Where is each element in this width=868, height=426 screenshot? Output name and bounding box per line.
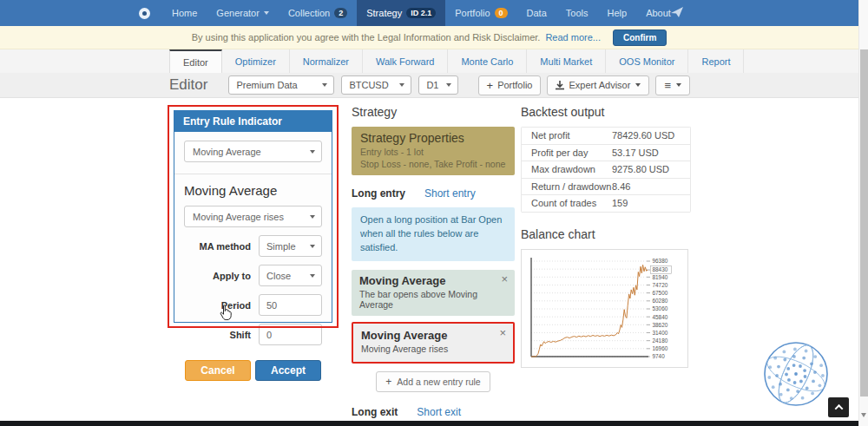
chevron-down-icon: [635, 83, 641, 87]
balance-chart-heading: Balance chart: [521, 227, 691, 241]
top-navbar: Home Generator Collection2 StrategyID 2.…: [0, 0, 858, 26]
divider: [174, 174, 332, 174]
backtest-column: Backtest output Net profit78429.60 USD P…: [521, 105, 691, 368]
close-icon[interactable]: ×: [501, 273, 508, 285]
short-exit-link[interactable]: Short exit: [417, 406, 461, 418]
cancel-button[interactable]: Cancel: [185, 360, 251, 381]
logic-rule-select[interactable]: Moving Average rises: [184, 206, 322, 227]
tab-normalizer[interactable]: Normalizer: [290, 49, 363, 73]
indicator-section-title: Moving Average: [184, 183, 322, 198]
table-row: Max drawdown9275.80 USD: [522, 161, 690, 179]
shift-label: Shift: [184, 330, 259, 340]
expert-advisor-button[interactable]: Expert Advisor: [547, 75, 649, 95]
symbol-select[interactable]: BTCUSD: [341, 75, 411, 95]
chevron-up-icon: [834, 404, 843, 413]
svg-text:38620: 38620: [653, 321, 668, 327]
long-exit-label: Long exit: [352, 406, 398, 418]
add-entry-rule-button[interactable]: +Add a new entry rule: [376, 371, 490, 392]
svg-text:60280: 60280: [653, 298, 668, 304]
short-entry-link[interactable]: Short entry: [424, 187, 476, 200]
entry-rule-indicator-panel: Entry Rule Indicator Moving Average Movi…: [174, 110, 332, 323]
table-row: Return / drawdown8.46: [522, 179, 690, 196]
nav-item-generator[interactable]: Generator: [207, 0, 279, 26]
svg-text:67500: 67500: [653, 290, 668, 296]
scrollbar-thumb[interactable]: [860, 49, 868, 397]
portfolio-count-badge: 0: [495, 8, 508, 18]
svg-text:96380: 96380: [653, 258, 668, 264]
accept-button[interactable]: Accept: [255, 360, 321, 381]
chevron-down-icon: [264, 11, 269, 15]
network-globe-logo: [760, 338, 832, 413]
page-tabs: Editor Optimizer Normalizer Walk Forward…: [0, 49, 858, 73]
editor-toolbar: Editor Premium Data BTCUSD D1 +Portfolio…: [0, 73, 858, 98]
hamburger-icon: ≡: [664, 79, 671, 92]
close-icon[interactable]: ×: [499, 327, 506, 338]
tab-editor[interactable]: Editor: [169, 49, 222, 73]
nav-item-home[interactable]: Home: [162, 0, 207, 26]
globe-svg: [760, 338, 832, 410]
mouse-cursor-icon: [219, 305, 233, 324]
panel-title: Entry Rule Indicator: [174, 111, 332, 132]
long-entry-label: Long entry: [352, 187, 405, 200]
globe-mesh-dots: [767, 348, 824, 400]
tab-walk-forward[interactable]: Walk Forward: [363, 49, 448, 73]
table-row: Profit per day53.17 USD: [522, 145, 690, 162]
period-select[interactable]: D1: [418, 75, 458, 95]
nav-item-portfolio[interactable]: Portfolio0: [445, 0, 516, 26]
disclaimer-bar: By using this application you agree with…: [0, 26, 858, 49]
chevron-down-icon: [676, 83, 681, 87]
plus-icon: +: [385, 376, 391, 388]
app-logo-icon[interactable]: [139, 0, 150, 26]
ma-method-label: MA method: [184, 241, 259, 252]
nav-item-strategy[interactable]: StrategyID 2.1: [357, 0, 445, 26]
indicator-select[interactable]: Moving Average: [184, 141, 322, 162]
backtest-heading: Backtest output: [521, 105, 691, 119]
scrollbar-down-arrow[interactable]: [861, 413, 866, 417]
strategy-id-badge: ID 2.1: [406, 8, 436, 18]
table-row: Net profit78429.60 USD: [522, 128, 690, 145]
nav-item-data[interactable]: Data: [517, 0, 556, 26]
nav-item-collection[interactable]: Collection2: [279, 0, 357, 26]
page-scrollbar: [858, 0, 868, 426]
period-input[interactable]: [259, 294, 322, 316]
tab-optimizer[interactable]: Optimizer: [222, 49, 290, 73]
strategy-properties-card[interactable]: Strategy Properties Entry lots - 1 lot S…: [352, 127, 515, 175]
data-source-select[interactable]: Premium Data: [228, 75, 334, 95]
balance-chart: 9638088430819407472067500602805306045840…: [521, 249, 688, 368]
portfolio-button[interactable]: +Portfolio: [478, 75, 542, 95]
svg-text:9740: 9740: [653, 353, 666, 359]
window-bottom-edge: [0, 421, 868, 426]
nav-item-tools[interactable]: Tools: [556, 0, 598, 26]
read-more-link[interactable]: Read more...: [545, 32, 601, 43]
strategy-heading: Strategy: [352, 105, 515, 119]
tab-oos-monitor[interactable]: OOS Monitor: [606, 49, 688, 73]
shift-input[interactable]: [259, 324, 322, 345]
paper-plane-icon[interactable]: [670, 6, 684, 22]
confirm-button[interactable]: Confirm: [613, 29, 667, 46]
svg-text:88430: 88430: [653, 266, 668, 272]
entry-rule-card[interactable]: × Moving Average The bar opens above Mov…: [352, 270, 515, 316]
tab-multi-market[interactable]: Multi Market: [527, 49, 606, 73]
page-title: Editor: [169, 76, 207, 94]
tab-monte-carlo[interactable]: Monte Carlo: [448, 49, 527, 73]
plus-icon: +: [487, 79, 494, 92]
table-row: Count of trades159: [522, 195, 690, 213]
apply-to-select[interactable]: Close: [259, 265, 322, 286]
menu-button[interactable]: ≡: [655, 75, 690, 95]
backtest-table: Net profit78429.60 USD Profit per day53.…: [521, 127, 691, 213]
entry-rule-card-selected[interactable]: × Moving Average Moving Average rises: [352, 322, 515, 364]
tab-report[interactable]: Report: [688, 49, 744, 73]
apply-to-label: Apply to: [184, 271, 259, 281]
balance-chart-svg: 9638088430819407472067500602805306045840…: [522, 250, 687, 367]
svg-text:16960: 16960: [653, 345, 668, 351]
svg-text:24180: 24180: [653, 338, 668, 344]
strategy-column: Strategy Strategy Properties Entry lots …: [352, 105, 515, 426]
scroll-to-top-button[interactable]: [828, 397, 849, 417]
collection-count-badge: 2: [334, 8, 347, 18]
svg-text:74720: 74720: [653, 281, 668, 287]
svg-text:45840: 45840: [653, 313, 668, 319]
svg-text:53060: 53060: [653, 305, 668, 311]
ma-method-select[interactable]: Simple: [259, 235, 322, 257]
strategy-properties-title: Strategy Properties: [360, 131, 506, 145]
nav-item-help[interactable]: Help: [598, 0, 637, 26]
